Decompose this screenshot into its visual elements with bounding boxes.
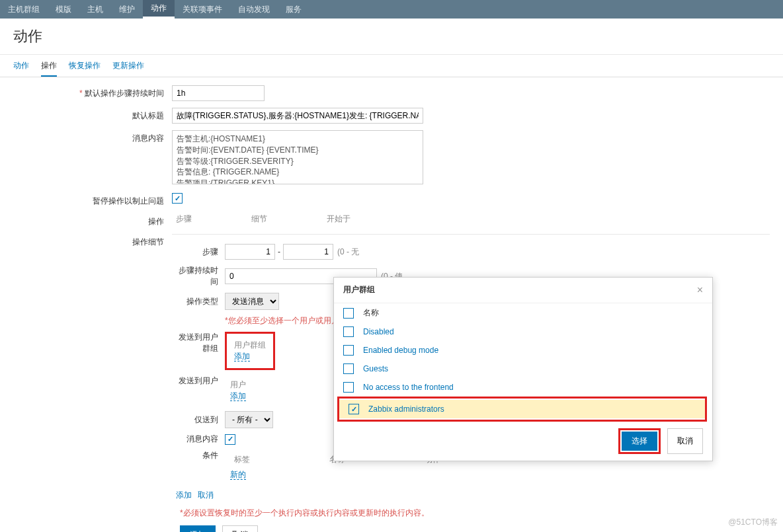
highlight-selected-row: Zabbix administrators: [337, 397, 707, 422]
subtabs: 动作 操作 恢复操作 更新操作: [0, 55, 783, 77]
list-item: Enabled debug mode: [334, 341, 712, 360]
input-default-title[interactable]: [172, 108, 423, 124]
modal-col-name: 名称: [363, 307, 379, 319]
label-msg-content: 消息内容: [172, 434, 225, 445]
nav-discovery[interactable]: 自动发现: [230, 0, 278, 19]
checkbox-item[interactable]: [343, 382, 354, 393]
must-select-note: *您必须至少选择一个用户或用户组: [225, 315, 347, 326]
nav-correlation[interactable]: 关联项事件: [175, 0, 230, 19]
label-default-duration: 默认操作步骤持续时间: [13, 85, 172, 99]
nav-hosts[interactable]: 主机: [79, 0, 111, 19]
list-item: Zabbix administrators: [339, 400, 705, 418]
label-op-type: 操作类型: [172, 296, 225, 307]
label-only-to: 仅送到: [172, 414, 225, 426]
cancel-button[interactable]: 取消: [222, 525, 258, 532]
input-step-to[interactable]: [283, 244, 333, 260]
input-step-from[interactable]: [225, 244, 275, 260]
highlight-user-group-box: 用户群组 添加: [225, 332, 275, 370]
list-item: Disabled: [334, 323, 712, 341]
checkbox-msg-content[interactable]: [225, 434, 235, 445]
checkbox-item[interactable]: [343, 363, 354, 374]
checkbox-pause[interactable]: [172, 193, 183, 204]
modal-cancel-button[interactable]: 取消: [667, 428, 703, 454]
modal-title: 用户群组: [343, 284, 375, 296]
add-button[interactable]: 添加: [180, 525, 216, 532]
close-icon[interactable]: ×: [697, 284, 703, 296]
textarea-message[interactable]: 告警主机:{HOSTNAME1} 告警时间:{EVENT.DATE} {EVEN…: [172, 130, 423, 184]
group-link[interactable]: Zabbix administrators: [368, 404, 444, 414]
recovery-note: *必须设置恢复时的至少一个执行内容或执行内容或更新时的执行内容。: [180, 508, 770, 519]
ops-col-step: 步骤: [176, 213, 192, 225]
select-button[interactable]: 选择: [622, 432, 657, 451]
input-default-duration[interactable]: [172, 85, 265, 101]
label-send-group: 发送到用户群组: [172, 332, 225, 354]
ops-table-header: 步骤 细节 开始于: [172, 213, 350, 225]
page-title: 动作: [13, 26, 770, 46]
subtab-update[interactable]: 更新操作: [112, 60, 144, 77]
hint-step: (0 - 无: [333, 247, 359, 258]
add-user-link[interactable]: 添加: [230, 391, 246, 401]
label-operations: 操作: [13, 213, 172, 227]
label-op-detail: 操作细节: [13, 234, 172, 248]
label-pause: 暂停操作以制止问题: [13, 193, 172, 207]
highlight-select-button: 选择: [618, 428, 661, 454]
inline-add-link[interactable]: 添加: [176, 490, 192, 500]
inline-cancel-link[interactable]: 取消: [198, 490, 214, 500]
nav-services[interactable]: 服务: [278, 0, 309, 19]
subtab-action[interactable]: 动作: [13, 60, 29, 77]
group-link[interactable]: Disabled: [363, 327, 394, 336]
form-area: 默认操作步骤持续时间 默认标题 消息内容 告警主机:{HOSTNAME1} 告警…: [0, 77, 783, 532]
label-message: 消息内容: [13, 130, 172, 144]
group-link[interactable]: Guests: [363, 364, 388, 373]
nav-hostgroups[interactable]: 主机群组: [0, 0, 48, 19]
ops-col-start: 开始于: [327, 213, 350, 225]
select-op-type[interactable]: 发送消息: [225, 293, 279, 310]
subtab-recovery[interactable]: 恢复操作: [69, 60, 101, 77]
group-link[interactable]: Enabled debug mode: [363, 346, 438, 355]
nav-templates[interactable]: 模版: [48, 0, 79, 19]
list-item: No access to the frontend: [334, 378, 712, 397]
checkbox-select-all[interactable]: [343, 308, 354, 319]
ops-col-detail: 细节: [251, 213, 267, 225]
subtab-operations[interactable]: 操作: [41, 60, 57, 77]
checkbox-item[interactable]: [349, 404, 359, 414]
select-only-to[interactable]: - 所有 -: [225, 411, 273, 428]
list-item: Guests: [334, 360, 712, 378]
group-link[interactable]: No access to the frontend: [363, 383, 454, 392]
cond-col-tag: 标签: [234, 454, 250, 465]
label-conditions: 条件: [172, 450, 225, 461]
new-condition-link[interactable]: 新的: [230, 470, 246, 480]
checkbox-item[interactable]: [343, 326, 354, 337]
label-default-title: 默认标题: [13, 108, 172, 122]
top-nav: 主机群组 模版 主机 维护 动作 关联项事件 自动发现 服务: [0, 0, 783, 19]
label-step: 步骤: [172, 247, 225, 258]
user-group-modal: 用户群组 × 名称 Disabled Enabled debug mode Gu…: [333, 277, 713, 461]
label-step-duration: 步骤持续时间: [172, 265, 225, 287]
watermark: @51CTO博客: [728, 517, 778, 528]
label-send-user: 发送到用户: [172, 375, 225, 387]
nav-actions[interactable]: 动作: [143, 0, 175, 19]
add-user-group-link[interactable]: 添加: [234, 352, 250, 361]
page-header: 动作: [0, 19, 783, 55]
nav-maintenance[interactable]: 维护: [111, 0, 143, 19]
col-user-group: 用户群组: [234, 340, 266, 351]
checkbox-item[interactable]: [343, 345, 354, 356]
col-user: 用户: [230, 379, 246, 391]
